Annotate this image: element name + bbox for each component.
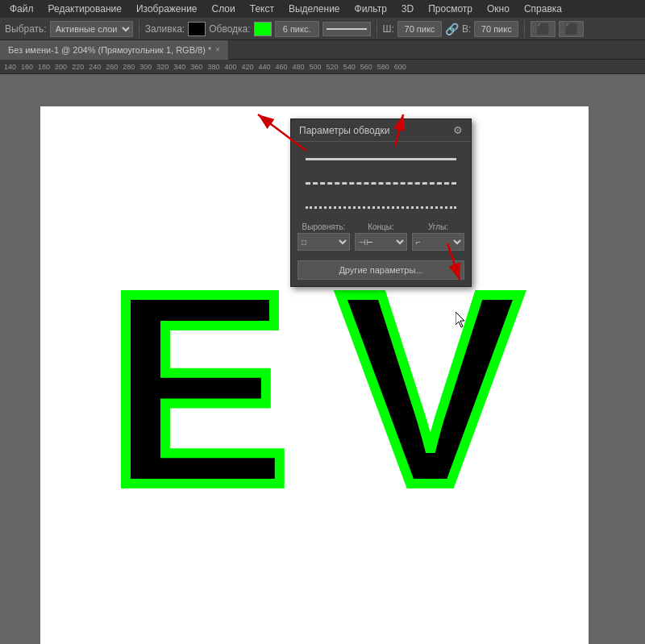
ruler-tick-380: 380 bbox=[205, 63, 222, 71]
dashed-line-option[interactable] bbox=[299, 174, 463, 192]
ruler-tick-480: 480 bbox=[290, 63, 307, 71]
menu-bar: Файл Редактирование Изображение Слои Тек… bbox=[0, 0, 645, 18]
dashed-line-preview bbox=[306, 182, 456, 185]
fill-swatch[interactable] bbox=[188, 22, 206, 36]
ruler-tick-540: 540 bbox=[341, 63, 358, 71]
stroke-style-preview[interactable] bbox=[322, 22, 371, 36]
ruler-tick-520: 520 bbox=[324, 63, 341, 71]
letter-v: V bbox=[339, 251, 522, 526]
menu-text[interactable]: Текст bbox=[243, 2, 281, 16]
menu-view[interactable]: Просмотр bbox=[422, 2, 479, 16]
canvas-area: E V Параметры обводки ⚙ Выровнять: Концы… bbox=[0, 74, 645, 644]
ruler-tick-340: 340 bbox=[171, 63, 188, 71]
options-labels-row: Выровнять: Концы: Углы: bbox=[291, 221, 471, 231]
ruler-tick-140: 140 bbox=[2, 63, 19, 71]
ruler-tick-280: 280 bbox=[120, 63, 137, 71]
separator-3 bbox=[524, 20, 525, 38]
ruler-tick-260: 260 bbox=[103, 63, 120, 71]
menu-edit[interactable]: Редактирование bbox=[42, 2, 128, 16]
separator-1 bbox=[139, 20, 139, 38]
ruler-tick-320: 320 bbox=[154, 63, 171, 71]
height-input[interactable] bbox=[474, 21, 518, 37]
horizontal-ruler: 140 160 180 200 220 240 260 280 300 320 … bbox=[0, 60, 645, 74]
corners-select[interactable]: ⌐ bbox=[412, 233, 464, 251]
solid-line-preview bbox=[306, 158, 456, 160]
tab-bar: Без имени-1 @ 204% (Прямоугольник 1, RGB… bbox=[0, 40, 645, 60]
align-select[interactable]: □ bbox=[298, 233, 350, 251]
stroke-controls-row: □ ⊣⊢ ⌐ bbox=[291, 231, 471, 256]
ruler-tick-440: 440 bbox=[256, 63, 273, 71]
document-tab[interactable]: Без имени-1 @ 204% (Прямоугольник 1, RGB… bbox=[0, 40, 229, 60]
ends-select[interactable]: ⊣⊢ bbox=[355, 233, 407, 251]
height-label: В: bbox=[462, 23, 471, 35]
tab-title: Без имени-1 @ 204% (Прямоугольник 1, RGB… bbox=[8, 45, 211, 55]
solid-line-option[interactable] bbox=[299, 150, 463, 168]
stroke-params-popup: Параметры обводки ⚙ Выровнять: Концы: Уг… bbox=[290, 118, 472, 287]
tab-close-button[interactable]: × bbox=[215, 45, 220, 54]
more-options-button[interactable]: Другие параметры... bbox=[298, 260, 464, 280]
stroke-label: Обводка: bbox=[209, 23, 250, 35]
ruler-tick-200: 200 bbox=[52, 63, 69, 71]
dotted-line-option[interactable] bbox=[299, 198, 463, 216]
menu-file[interactable]: Файл bbox=[3, 2, 40, 16]
align-left-button[interactable]: ⬛ bbox=[531, 21, 556, 37]
separator-2 bbox=[377, 20, 377, 38]
menu-help[interactable]: Справка bbox=[518, 2, 568, 16]
ruler-tick-460: 460 bbox=[273, 63, 290, 71]
menu-3d[interactable]: 3D bbox=[395, 2, 420, 16]
options-toolbar: Выбрать: Активные слои Заливка: Обводка:… bbox=[0, 18, 645, 40]
ruler-tick-560: 560 bbox=[358, 63, 375, 71]
popup-gear-icon[interactable]: ⚙ bbox=[453, 124, 463, 136]
ends-col-label: Концы: bbox=[355, 222, 407, 231]
dotted-line-preview bbox=[306, 206, 456, 209]
ruler-tick-420: 420 bbox=[239, 63, 256, 71]
width-label: Ш: bbox=[383, 23, 394, 35]
layers-select[interactable]: Активные слои bbox=[50, 21, 133, 37]
menu-image[interactable]: Изображение bbox=[130, 2, 204, 16]
ruler-numbers: 140 160 180 200 220 240 260 280 300 320 … bbox=[0, 60, 409, 73]
ruler-tick-580: 580 bbox=[375, 63, 392, 71]
corners-col-label: Углы: bbox=[412, 222, 464, 231]
ruler-tick-360: 360 bbox=[188, 63, 205, 71]
fill-label: Заливка: bbox=[145, 23, 185, 35]
menu-select[interactable]: Выделение bbox=[282, 2, 347, 16]
align-col-label: Выровнять: bbox=[298, 222, 350, 231]
stroke-swatch[interactable] bbox=[254, 22, 272, 36]
align-right-button[interactable]: ⬛ bbox=[559, 21, 584, 37]
ruler-tick-600: 600 bbox=[392, 63, 409, 71]
ruler-tick-220: 220 bbox=[69, 63, 86, 71]
ruler-tick-160: 160 bbox=[19, 63, 35, 71]
letter-e: E bbox=[107, 251, 290, 526]
ruler-tick-180: 180 bbox=[35, 63, 52, 71]
ruler-tick-500: 500 bbox=[307, 63, 324, 71]
width-input[interactable] bbox=[397, 21, 442, 37]
popup-title: Параметры обводки bbox=[299, 125, 389, 136]
popup-header: Параметры обводки ⚙ bbox=[291, 119, 471, 142]
link-proportions-icon[interactable]: 🔗 bbox=[445, 23, 459, 35]
ruler-tick-240: 240 bbox=[86, 63, 103, 71]
menu-window[interactable]: Окно bbox=[481, 2, 516, 16]
ruler-tick-300: 300 bbox=[137, 63, 154, 71]
select-label: Выбрать: bbox=[5, 23, 47, 35]
stroke-line-options bbox=[291, 142, 471, 221]
menu-filter[interactable]: Фильтр bbox=[348, 2, 393, 16]
stroke-size-input[interactable] bbox=[275, 21, 319, 37]
stroke-line-preview bbox=[327, 28, 367, 30]
menu-layers[interactable]: Слои bbox=[206, 2, 242, 16]
ruler-tick-400: 400 bbox=[222, 63, 239, 71]
